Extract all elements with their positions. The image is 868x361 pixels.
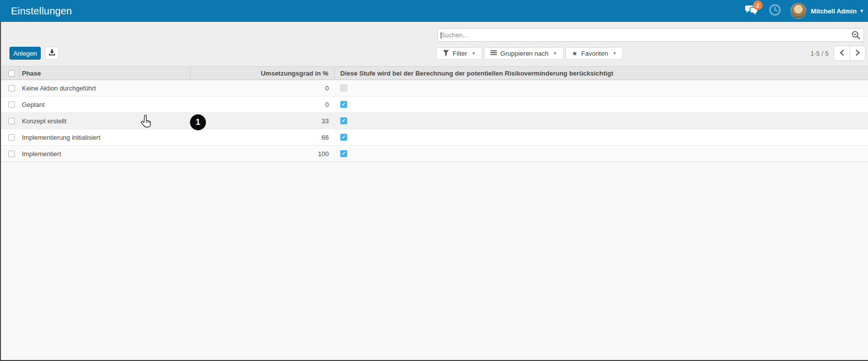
risk-cell xyxy=(335,146,868,162)
row-select-cell xyxy=(0,146,20,162)
table-row[interactable]: Geplant 0 xyxy=(0,96,868,113)
group-by-button[interactable]: Gruppieren nach ▼ xyxy=(484,47,564,60)
window-border-left xyxy=(0,22,1,361)
top-navbar: Einstellungen 2 xyxy=(0,0,868,22)
row-select-checkbox[interactable] xyxy=(8,101,15,108)
user-menu[interactable]: Mitchell Admin ▼ xyxy=(790,2,864,19)
download-icon xyxy=(48,49,56,58)
messages-count-badge: 2 xyxy=(753,0,763,10)
favorites-button[interactable]: ★ Favoriten ▼ xyxy=(566,47,623,60)
phase-list-table: Phase Umsetzungsgrad in % Diese Stufe wi… xyxy=(0,66,868,162)
row-select-checkbox[interactable] xyxy=(8,151,15,157)
pager: 1-5 / 5 xyxy=(810,46,866,61)
header-select-all-cell xyxy=(0,67,20,80)
chevron-down-icon: ▼ xyxy=(612,51,616,56)
table-row[interactable]: Keine Aktion durchgeführt 0 xyxy=(0,80,868,96)
grad-cell: 0 xyxy=(191,96,335,112)
page-title: Einstellungen xyxy=(11,5,72,17)
activities-button[interactable] xyxy=(767,2,783,19)
filter-button-label: Filter xyxy=(453,50,467,57)
pager-buttons xyxy=(834,46,866,61)
text-caret xyxy=(441,32,441,39)
create-button[interactable]: Anlegen xyxy=(9,47,41,60)
row-select-checkbox[interactable] xyxy=(8,134,15,141)
search-box xyxy=(437,28,864,42)
filter-toolbar: Filter ▼ Gruppieren nach ▼ ★ Favoriten ▼ xyxy=(436,47,623,60)
pager-next-button[interactable] xyxy=(850,46,866,61)
group-by-icon xyxy=(490,50,497,57)
row-select-checkbox[interactable] xyxy=(8,85,15,91)
favorites-button-label: Favoriten xyxy=(581,50,608,57)
control-panel: Anlegen Filter ▼ xyxy=(0,22,868,66)
risk-cell xyxy=(335,129,868,145)
export-button[interactable] xyxy=(45,47,59,60)
risk-cell xyxy=(335,80,868,96)
row-select-checkbox[interactable] xyxy=(8,118,15,124)
topbar-right-cluster: 2 Mitchell Admin ▼ xyxy=(743,0,864,22)
table-body: Keine Aktion durchgeführt 0 Geplant 0 Ko… xyxy=(0,80,868,162)
risk-checkbox[interactable] xyxy=(340,117,347,124)
table-header: Phase Umsetzungsgrad in % Diese Stufe wi… xyxy=(0,66,868,80)
hand-pointer-cursor xyxy=(140,115,153,132)
row-select-cell xyxy=(0,80,20,96)
row-select-cell xyxy=(0,129,20,145)
column-header-grad[interactable]: Umsetzungsgrad in % xyxy=(191,67,335,80)
select-all-checkbox[interactable] xyxy=(8,70,15,77)
grad-cell: 0 xyxy=(191,80,335,96)
table-row[interactable]: Konzept erstellt 33 xyxy=(0,113,868,129)
user-name: Mitchell Admin xyxy=(811,7,857,15)
risk-checkbox[interactable] xyxy=(340,150,347,157)
row-select-cell xyxy=(0,96,20,112)
risk-checkbox[interactable] xyxy=(340,85,347,91)
risk-cell xyxy=(335,96,868,112)
pager-previous-button[interactable] xyxy=(834,46,850,61)
clock-icon xyxy=(769,4,781,18)
table-row[interactable]: Implementierung initialisiert 66 xyxy=(0,129,868,146)
chevron-down-icon: ▼ xyxy=(860,8,864,13)
phase-cell: Geplant xyxy=(20,96,191,112)
risk-checkbox[interactable] xyxy=(340,101,347,108)
filter-button[interactable]: Filter ▼ xyxy=(436,47,482,60)
phase-cell: Implementierung initialisiert xyxy=(20,129,191,145)
chevron-left-icon xyxy=(840,49,845,58)
phase-cell: Konzept erstellt xyxy=(20,113,191,129)
chevron-right-icon xyxy=(855,49,860,58)
grad-cell: 100 xyxy=(191,146,335,162)
column-header-risk[interactable]: Diese Stufe wird bei der Berechnung der … xyxy=(335,67,868,80)
chevron-down-icon: ▼ xyxy=(553,51,557,56)
phase-cell: Keine Aktion durchgeführt xyxy=(20,80,191,96)
row-select-cell xyxy=(0,113,20,129)
messages-button[interactable]: 2 xyxy=(743,2,760,19)
star-icon: ★ xyxy=(572,50,578,57)
group-by-button-label: Gruppieren nach xyxy=(500,50,549,57)
chevron-down-icon: ▼ xyxy=(472,51,476,56)
annotation-marker-1: 1 xyxy=(190,114,206,130)
grad-cell: 66 xyxy=(191,129,335,145)
risk-checkbox[interactable] xyxy=(340,134,347,141)
funnel-icon xyxy=(443,50,449,58)
column-header-phase[interactable]: Phase xyxy=(20,67,191,80)
grad-cell: 33 xyxy=(191,113,335,129)
pager-range: 1-5 / 5 xyxy=(810,50,829,57)
settings-list-screen: Einstellungen 2 xyxy=(0,0,868,361)
search-input[interactable] xyxy=(438,29,851,41)
phase-cell: Implementiert xyxy=(20,146,191,162)
risk-cell xyxy=(335,113,868,129)
search-magnifier-icon[interactable] xyxy=(851,30,861,40)
avatar xyxy=(790,3,806,19)
table-row[interactable]: Implementiert 100 xyxy=(0,146,868,162)
